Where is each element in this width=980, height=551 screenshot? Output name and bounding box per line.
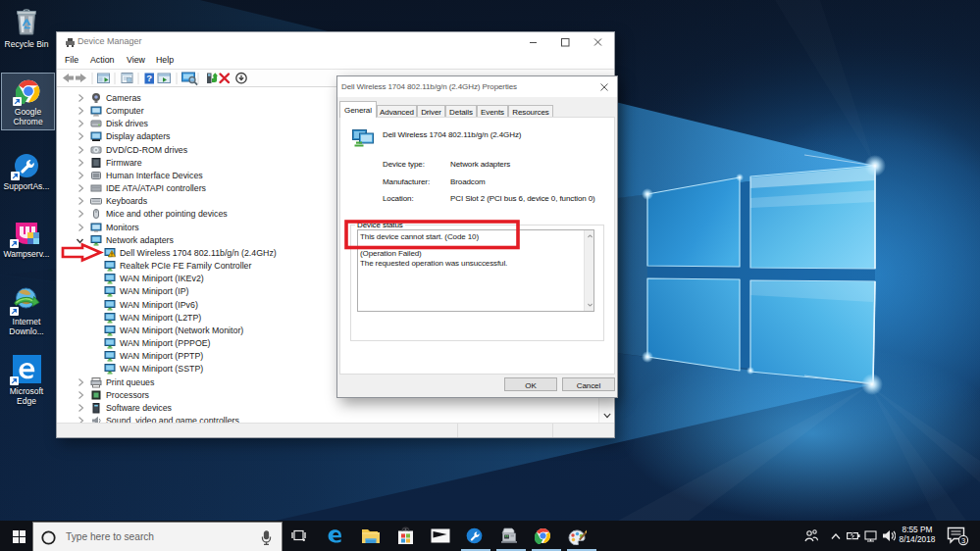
svg-text:3: 3 <box>961 536 965 545</box>
svg-text:?: ? <box>146 73 152 83</box>
